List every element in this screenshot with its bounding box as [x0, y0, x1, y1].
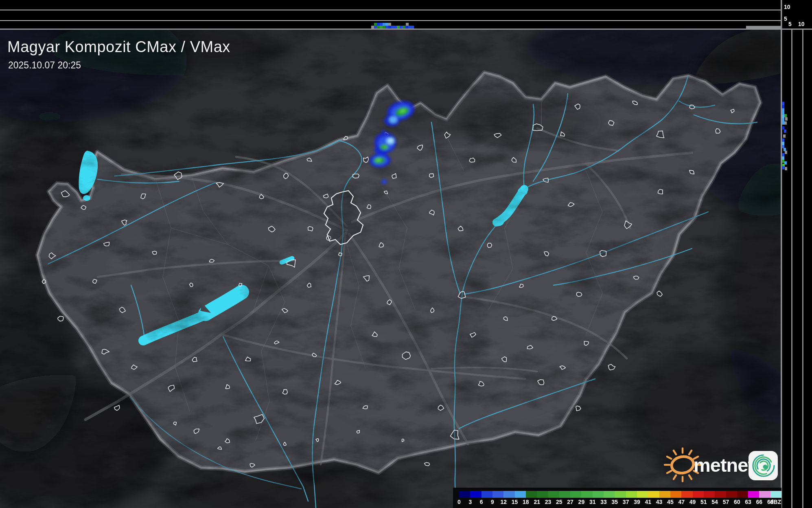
sun-ray — [674, 475, 676, 479]
cross-section-echo-cell — [782, 112, 784, 115]
legend-tick-label: 9 — [491, 499, 494, 505]
legend-color-segment — [770, 491, 781, 498]
legend-color-segment — [659, 491, 670, 498]
settlement-outline — [425, 462, 430, 466]
legend-tick-label: 63 — [745, 499, 751, 505]
cross-section-echo-cell — [782, 145, 784, 148]
cross-section-echo-cell — [380, 26, 383, 29]
cross-section-echo-cell — [785, 117, 788, 121]
cross-section-echo-cell — [371, 26, 374, 29]
legend-color-segment — [593, 491, 604, 498]
cross-section-echo-cell — [377, 26, 380, 29]
legend-color-segment — [515, 491, 526, 498]
legend-color-segment — [470, 491, 481, 498]
radar-map-canvas — [0, 0, 812, 508]
legend-tick-label: 0 — [457, 499, 461, 505]
legend-unit-label: dBZ — [770, 499, 781, 505]
cross-section-echo-cell — [383, 26, 385, 29]
cross-section-echo-cell — [782, 108, 784, 112]
cross-section-echo-cell — [388, 26, 391, 29]
legend-color-segment — [459, 491, 470, 498]
cross-section-echo-cell — [406, 23, 409, 26]
cross-section-echo-cell — [383, 23, 385, 26]
legend-tick-label: 31 — [589, 499, 596, 505]
right-panel-axis-label-10: 10 — [798, 21, 805, 27]
cross-section-echo-cell — [397, 26, 400, 29]
legend-color-segment — [704, 491, 715, 498]
legend-color-segment — [526, 491, 537, 498]
legend-tick-label: 33 — [600, 499, 607, 505]
horizontal-separator — [0, 29, 812, 30]
legend-tick-label: 51 — [700, 499, 707, 505]
legend-color-segment — [503, 491, 514, 498]
radar-echo — [383, 146, 387, 149]
settlement-outline — [634, 276, 639, 279]
top-panel-axis-label-5: 5 — [784, 15, 787, 22]
legend-color-segment — [693, 491, 704, 498]
cross-section-echo-cell — [782, 105, 784, 108]
terrain-texture-light — [0, 29, 781, 508]
cross-section-echo-cell — [782, 139, 784, 142]
cross-section-echo-cell — [782, 121, 784, 125]
cross-section-echo-cell — [782, 160, 784, 163]
sun-ray — [667, 457, 671, 459]
cross-section-echo-cell — [782, 115, 784, 118]
cross-section-echo-cell — [782, 118, 784, 121]
page-title: Magyar Kompozit CMax / VMax — [7, 39, 230, 55]
cyclone-app-icon — [748, 451, 778, 481]
legend-tick-label: 54 — [711, 499, 718, 505]
legend-color-segment — [759, 491, 770, 498]
legend-color-segment — [637, 491, 648, 498]
legend-color-segment — [570, 491, 581, 498]
legend-color-segment — [581, 491, 592, 498]
legend-color-segment — [492, 491, 503, 498]
cross-section-echo-cell — [785, 151, 787, 154]
legend-color-segment — [748, 491, 759, 498]
legend-tick-label: 49 — [689, 499, 696, 505]
cross-section-echo-cell — [782, 102, 784, 105]
legend-tick-label: 23 — [545, 499, 552, 505]
cross-section-echo-cell — [400, 26, 403, 29]
cross-section-echo-cell — [377, 23, 380, 26]
cross-section-echo-cell — [385, 23, 388, 26]
metnet-logo: metnet — [659, 445, 781, 483]
legend-tick-label: 39 — [634, 499, 640, 505]
cross-section-echo-cell — [388, 23, 391, 26]
cross-section-echo-cell — [782, 153, 784, 156]
cross-section-echo-cell — [411, 26, 414, 29]
legend-color-segment — [615, 491, 626, 498]
legend-tick-label: 29 — [578, 499, 585, 505]
legend-tick-label: 43 — [656, 499, 663, 505]
sun-ray — [667, 471, 671, 473]
cross-section-echo-cell — [380, 23, 383, 26]
radar-echo — [383, 180, 386, 183]
cross-section-echo-cell — [394, 26, 397, 29]
cross-section-echo-cell — [391, 26, 394, 29]
cross-section-echo-cell — [782, 166, 784, 169]
settlement-outline — [58, 316, 63, 321]
cross-section-echo-cell — [408, 26, 411, 29]
legend-color-segment — [681, 491, 692, 498]
legend-tick-label: 41 — [645, 499, 651, 505]
settlement-outline — [600, 251, 606, 257]
cross-section-echo-cell — [782, 156, 784, 160]
legend-tick-label: 18 — [523, 499, 529, 505]
sun-ray — [689, 475, 692, 479]
settlement-outline — [152, 251, 156, 255]
timestamp: 2025.10.07 20:25 — [8, 60, 81, 71]
legend-color-segment — [482, 491, 492, 498]
sun-ray — [689, 451, 692, 455]
right-panel-axis-label-5: 5 — [788, 21, 792, 27]
legend-tick-label: 6 — [480, 499, 483, 505]
settlement-outline — [338, 253, 342, 256]
sun-ray — [674, 451, 676, 455]
settlement-outline — [353, 174, 359, 178]
legend-tick-label: 47 — [678, 499, 685, 505]
legend-color-segment — [726, 491, 737, 498]
settlement-outline — [576, 292, 582, 297]
radar-viewer: Magyar Kompozit CMax / VMax 2025.10.07 2… — [0, 0, 812, 508]
legend-tick-label: 57 — [723, 499, 729, 505]
radar-echo — [389, 139, 393, 142]
cross-section-echo-cell — [784, 114, 787, 117]
legend-tick-label: 12 — [500, 499, 507, 505]
